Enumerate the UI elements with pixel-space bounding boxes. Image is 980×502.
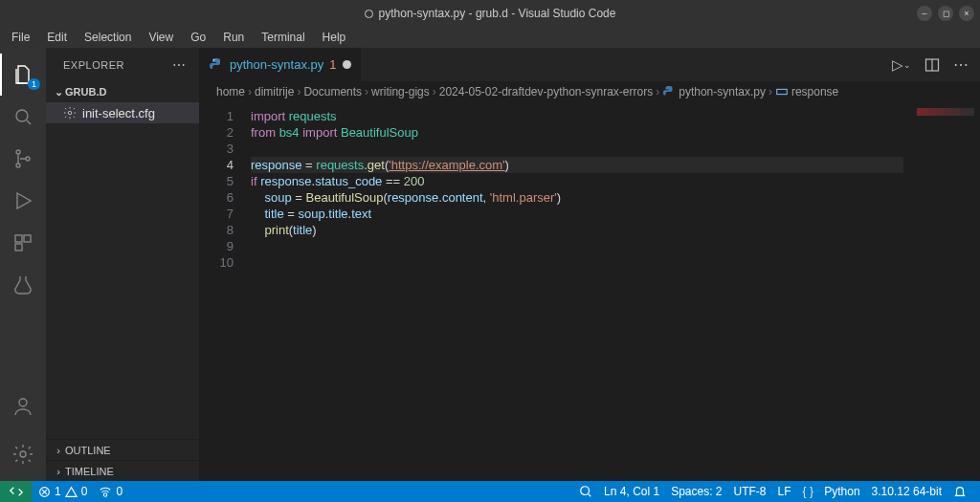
language-mode[interactable]: { } Python bbox=[797, 481, 866, 502]
root-folder-name: GRUB.D bbox=[65, 86, 106, 98]
file-name: init-select.cfg bbox=[82, 106, 155, 120]
svg-point-1 bbox=[16, 150, 20, 154]
eol-status[interactable]: LF bbox=[772, 481, 797, 502]
title-bar: python-syntax.py - grub.d - Visual Studi… bbox=[0, 0, 980, 27]
menu-selection[interactable]: Selection bbox=[77, 29, 139, 46]
breadcrumb-part[interactable]: dimitrije bbox=[255, 85, 294, 98]
code-line[interactable]: title = soup.title.text bbox=[251, 206, 903, 222]
accounts-activity-icon[interactable] bbox=[0, 385, 46, 427]
activity-bar: 1 bbox=[0, 48, 46, 481]
tab-problem-count: 1 bbox=[329, 57, 336, 72]
variable-symbol-icon bbox=[775, 85, 789, 98]
encoding-status[interactable]: UTF-8 bbox=[728, 481, 772, 502]
editor-group: python-syntax.py 1 ▷⌄ ⋯ home› dimitrije›… bbox=[199, 48, 980, 481]
status-bar: 1 0 0 Ln 4, Col 1 Spaces: 2 UTF-8 LF { }… bbox=[0, 481, 980, 502]
remote-button[interactable] bbox=[0, 481, 33, 502]
text-editor[interactable]: 12345678910 import requestsfrom bs4 impo… bbox=[199, 102, 980, 481]
feedback-icon[interactable] bbox=[573, 481, 598, 502]
code-line[interactable]: from bs4 import BeautifulSoup bbox=[251, 124, 903, 141]
gutter: 12345678910 bbox=[199, 102, 251, 481]
menu-view[interactable]: View bbox=[141, 29, 181, 46]
svg-point-3 bbox=[26, 157, 30, 161]
svg-point-8 bbox=[20, 451, 26, 457]
run-button[interactable]: ▷⌄ bbox=[892, 56, 911, 74]
source-control-activity-icon[interactable] bbox=[0, 138, 46, 180]
svg-rect-5 bbox=[24, 235, 31, 242]
run-debug-activity-icon[interactable] bbox=[0, 180, 46, 222]
code-line[interactable]: soup = BeautifulSoup(response.content, '… bbox=[251, 189, 903, 206]
svg-point-10 bbox=[213, 59, 215, 61]
svg-point-15 bbox=[581, 487, 590, 495]
breadcrumb-part[interactable]: Documents bbox=[303, 85, 362, 98]
explorer-more-icon[interactable]: ⋯ bbox=[172, 57, 188, 73]
menu-help[interactable]: Help bbox=[315, 29, 354, 46]
notifications-icon[interactable] bbox=[947, 481, 972, 502]
folder-header[interactable]: ⌄ GRUB.D bbox=[46, 81, 199, 102]
code-line[interactable]: if response.status_code == 200 bbox=[251, 173, 903, 189]
svg-point-14 bbox=[104, 493, 108, 497]
window-title: python-syntax.py - grub.d - Visual Studi… bbox=[379, 7, 616, 20]
breadcrumb-part[interactable]: home bbox=[216, 85, 245, 98]
menu-bar: File Edit Selection View Go Run Terminal… bbox=[0, 27, 980, 48]
sidebar: EXPLORER ⋯ ⌄ GRUB.D init-select.cfg › OU… bbox=[46, 48, 199, 481]
svg-point-7 bbox=[19, 399, 27, 406]
close-window-button[interactable]: × bbox=[959, 6, 974, 21]
problems-status[interactable]: 1 0 bbox=[33, 481, 93, 502]
breadcrumb-file[interactable]: python-syntax.py bbox=[679, 85, 766, 98]
editor-more-icon[interactable]: ⋯ bbox=[953, 55, 969, 74]
breadcrumb-part[interactable]: 2024-05-02-draftdev-python-synrax-errors bbox=[439, 85, 653, 98]
editor-tab[interactable]: python-syntax.py 1 bbox=[199, 48, 362, 81]
extensions-activity-icon[interactable] bbox=[0, 222, 46, 264]
outline-label: OUTLINE bbox=[65, 445, 111, 456]
warning-count: 0 bbox=[81, 485, 88, 498]
outline-section[interactable]: › OUTLINE bbox=[46, 439, 199, 460]
minimize-button[interactable]: – bbox=[917, 6, 932, 21]
testing-activity-icon[interactable] bbox=[0, 264, 46, 306]
code-line[interactable] bbox=[251, 141, 903, 157]
chevron-down-icon: ⌄ bbox=[52, 86, 65, 98]
modified-indicator-icon bbox=[365, 10, 373, 18]
svg-point-0 bbox=[16, 110, 28, 121]
maximize-button[interactable]: ◻ bbox=[938, 6, 953, 21]
python-file-icon bbox=[209, 57, 224, 73]
code-line[interactable]: import requests bbox=[251, 108, 903, 124]
explorer-activity-icon[interactable]: 1 bbox=[0, 54, 46, 96]
code-area[interactable]: import requestsfrom bs4 import Beautiful… bbox=[251, 102, 903, 481]
breadcrumb-symbol[interactable]: response bbox=[791, 85, 838, 98]
menu-run[interactable]: Run bbox=[215, 29, 252, 46]
timeline-section[interactable]: › TIMELINE bbox=[46, 460, 199, 481]
tab-modified-icon bbox=[343, 60, 351, 69]
split-editor-icon[interactable] bbox=[924, 57, 940, 73]
svg-rect-12 bbox=[777, 89, 788, 94]
svg-rect-4 bbox=[15, 235, 22, 242]
tab-filename: python-syntax.py bbox=[230, 57, 323, 72]
ports-count: 0 bbox=[116, 485, 122, 498]
settings-activity-icon[interactable] bbox=[0, 433, 46, 475]
explorer-title: EXPLORER bbox=[63, 59, 124, 71]
ports-status[interactable]: 0 bbox=[93, 481, 128, 502]
config-file-icon bbox=[63, 106, 77, 120]
minimap[interactable] bbox=[903, 102, 980, 481]
search-activity-icon[interactable] bbox=[0, 96, 46, 138]
file-tree-item[interactable]: init-select.cfg bbox=[46, 102, 199, 123]
python-interpreter[interactable]: 3.10.12 64-bit bbox=[866, 481, 947, 502]
menu-file[interactable]: File bbox=[4, 29, 37, 46]
code-line[interactable]: print(title) bbox=[251, 222, 903, 238]
cursor-position[interactable]: Ln 4, Col 1 bbox=[598, 481, 665, 502]
indentation-status[interactable]: Spaces: 2 bbox=[665, 481, 727, 502]
svg-point-9 bbox=[68, 111, 72, 115]
tab-bar: python-syntax.py 1 ▷⌄ ⋯ bbox=[199, 48, 980, 81]
python-file-icon bbox=[662, 85, 676, 98]
svg-point-2 bbox=[16, 164, 20, 167]
menu-go[interactable]: Go bbox=[183, 29, 213, 46]
menu-terminal[interactable]: Terminal bbox=[254, 29, 312, 46]
timeline-label: TIMELINE bbox=[65, 466, 114, 477]
svg-rect-6 bbox=[15, 244, 22, 251]
explorer-badge: 1 bbox=[28, 78, 40, 90]
breadcrumbs[interactable]: home› dimitrije› Documents› writing-gigs… bbox=[199, 81, 980, 102]
error-count: 1 bbox=[55, 485, 61, 498]
code-line[interactable] bbox=[251, 238, 903, 254]
code-line[interactable] bbox=[251, 254, 903, 271]
breadcrumb-part[interactable]: writing-gigs bbox=[371, 85, 430, 98]
menu-edit[interactable]: Edit bbox=[39, 29, 75, 46]
